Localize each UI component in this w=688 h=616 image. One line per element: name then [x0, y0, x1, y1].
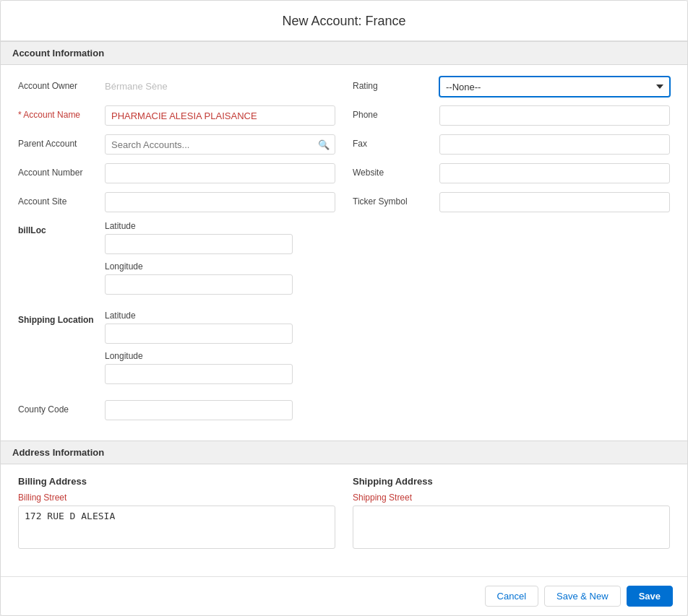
shipping-location-section: Shipping Location Latitude Longitude — [18, 311, 670, 391]
billing-address-title: Billing Address — [18, 476, 335, 487]
account-site-label: Account Site — [18, 192, 105, 207]
parent-account-label: Parent Account — [18, 134, 105, 149]
col-county-code: County Code — [18, 400, 353, 420]
row-number-website: Account Number Website — [18, 163, 670, 183]
fax-input[interactable] — [439, 134, 670, 155]
col-rating: Rating --None-- Hot Warm Cold — [353, 77, 670, 97]
account-number-input[interactable] — [105, 163, 335, 183]
county-code-input[interactable] — [105, 400, 293, 420]
shipping-latitude-input[interactable] — [105, 324, 293, 344]
county-code-label: County Code — [18, 400, 105, 415]
row-county-code: County Code — [18, 400, 670, 420]
parent-account-search-wrapper: 🔍 — [105, 134, 335, 155]
search-icon: 🔍 — [318, 139, 330, 150]
address-info-section-header: Address Information — [1, 441, 687, 464]
col-parent-account: Parent Account 🔍 — [18, 134, 353, 155]
billloc-label: billLoc — [18, 221, 105, 302]
shipping-street-label: Shipping Street — [353, 493, 670, 503]
col-account-number: Account Number — [18, 163, 353, 183]
row-parent-fax: Parent Account 🔍 Fax — [18, 134, 670, 155]
fax-label: Fax — [353, 134, 439, 149]
col-website: Website — [353, 163, 670, 183]
billing-street-input[interactable]: 172 RUE D ALESIA — [18, 506, 335, 549]
account-owner-label: Account Owner — [18, 77, 105, 91]
billloc-longitude-label: Longitude — [105, 261, 293, 272]
col-ticker-symbol: Ticker Symbol — [353, 192, 670, 212]
col-account-name: * Account Name — [18, 105, 353, 126]
modal-body: Account Information Account Owner Bérman… — [1, 41, 687, 576]
save-new-button[interactable]: Save & New — [544, 586, 621, 607]
billloc-fields: Latitude Longitude — [105, 221, 293, 302]
cancel-button[interactable]: Cancel — [485, 586, 538, 607]
address-grid: Billing Address Billing Street 172 RUE D… — [1, 464, 687, 563]
shipping-longitude-input[interactable] — [105, 364, 293, 384]
account-name-input[interactable] — [105, 105, 335, 126]
shipping-longitude-label: Longitude — [105, 351, 293, 361]
billloc-longitude-input[interactable] — [105, 274, 293, 295]
modal-title: New Account: France — [15, 14, 673, 29]
col-phone: Phone — [353, 105, 670, 126]
phone-label: Phone — [353, 105, 439, 120]
shipping-location-label: Shipping Location — [18, 311, 105, 391]
row-name-phone: * Account Name Phone — [18, 105, 670, 126]
shipping-location-fields: Latitude Longitude — [105, 311, 293, 391]
account-info-form: Account Owner Bérmane Sène Rating --None… — [1, 65, 687, 441]
row-site-ticker: Account Site Ticker Symbol — [18, 192, 670, 212]
billing-street-label: Billing Street — [18, 493, 335, 503]
col-account-owner: Account Owner Bérmane Sène — [18, 77, 353, 92]
shipping-latitude-label: Latitude — [105, 311, 293, 321]
col-fax: Fax — [353, 134, 670, 155]
website-label: Website — [353, 163, 439, 178]
save-button[interactable]: Save — [627, 586, 673, 607]
ticker-symbol-input[interactable] — [439, 192, 670, 212]
account-owner-value: Bérmane Sène — [105, 77, 335, 92]
billloc-latitude-label: Latitude — [105, 221, 293, 231]
modal: New Account: France Account Information … — [0, 0, 688, 616]
account-info-section-header: Account Information — [1, 41, 687, 65]
billing-address-col: Billing Address Billing Street 172 RUE D… — [18, 476, 335, 551]
account-number-label: Account Number — [18, 163, 105, 178]
parent-account-input[interactable] — [105, 134, 335, 155]
ticker-symbol-label: Ticker Symbol — [353, 192, 439, 207]
billloc-latitude-input[interactable] — [105, 234, 293, 254]
website-input[interactable] — [439, 163, 670, 183]
billloc-section: billLoc Latitude Longitude — [18, 221, 670, 302]
shipping-address-col: Shipping Address Shipping Street — [353, 476, 670, 551]
row-owner-rating: Account Owner Bérmane Sène Rating --None… — [18, 77, 670, 97]
shipping-address-title: Shipping Address — [353, 476, 670, 487]
phone-input[interactable] — [439, 105, 670, 126]
account-name-label: * Account Name — [18, 105, 105, 120]
rating-select[interactable]: --None-- Hot Warm Cold — [439, 77, 670, 97]
modal-footer: Cancel Save & New Save — [1, 576, 687, 615]
col-account-site: Account Site — [18, 192, 353, 212]
rating-label: Rating — [353, 77, 439, 91]
shipping-street-input[interactable] — [353, 506, 670, 549]
modal-header: New Account: France — [1, 1, 687, 41]
account-site-input[interactable] — [105, 192, 335, 212]
